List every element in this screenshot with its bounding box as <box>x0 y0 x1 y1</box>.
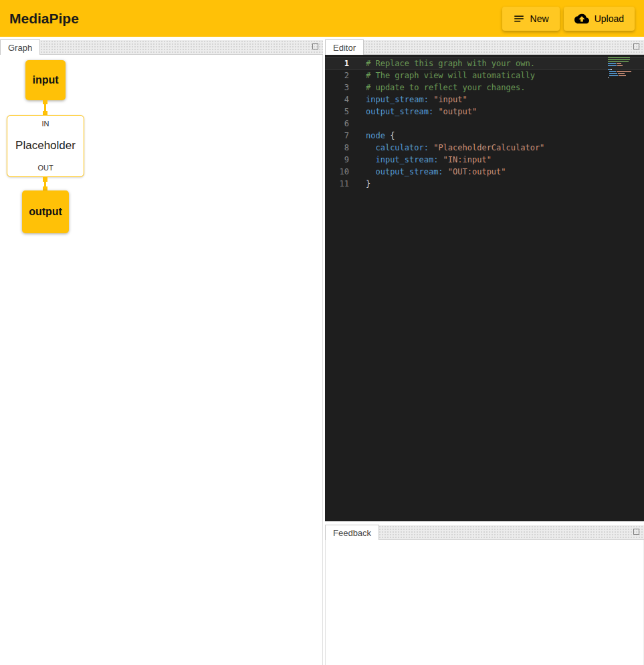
code-line[interactable]: 3# update to reflect your changes. <box>325 82 644 94</box>
graph-node-input[interactable]: input <box>25 60 66 100</box>
line-number: 1 <box>325 57 349 70</box>
app-header: MediaPipe New Upload <box>0 0 644 37</box>
line-number: 3 <box>325 82 349 94</box>
header-actions: New Upload <box>502 7 635 31</box>
minimap-line <box>608 57 635 58</box>
code-line[interactable]: 10 output_stream: "OUT:output" <box>325 166 644 178</box>
code-line[interactable]: 9 input_stream: "IN:input" <box>325 154 644 166</box>
code-line[interactable]: 11} <box>325 178 644 190</box>
tab-graph[interactable]: Graph <box>0 39 40 55</box>
new-button[interactable]: New <box>502 7 560 31</box>
line-code: output_stream: "OUT:output" <box>366 166 506 178</box>
line-number: 9 <box>325 154 349 166</box>
line-code: input_stream: "IN:input" <box>366 154 492 166</box>
minimap-line <box>608 67 635 68</box>
editor-lines: 1# Replace this graph with your own.2# T… <box>325 57 644 190</box>
graph-node-output-label: output <box>29 206 62 218</box>
line-code: calculator: "PlaceholderCalculator" <box>366 142 544 154</box>
graph-maximize-icon[interactable] <box>312 43 318 49</box>
line-number: 5 <box>325 106 349 118</box>
minimap-line <box>608 63 635 64</box>
port-input-out <box>43 100 47 104</box>
minimap-line <box>608 75 635 76</box>
code-line[interactable]: 8 calculator: "PlaceholderCalculator" <box>325 142 644 154</box>
line-number: 6 <box>325 118 349 130</box>
editor-minimap[interactable] <box>608 57 635 79</box>
line-number: 10 <box>325 166 349 178</box>
code-line[interactable]: 1# Replace this graph with your own. <box>325 57 644 70</box>
editor-maximize-icon[interactable] <box>633 43 639 49</box>
feedback-maximize-icon[interactable] <box>633 529 639 535</box>
graph-canvas[interactable]: input IN Placeholder OUT output <box>0 55 322 665</box>
placeholder-title: Placeholder <box>15 139 76 152</box>
editor-tabbar: Editor <box>325 40 644 55</box>
tab-feedback[interactable]: Feedback <box>325 525 379 540</box>
line-number: 8 <box>325 142 349 154</box>
code-line[interactable]: 5output_stream: "output" <box>325 106 644 118</box>
code-line[interactable]: 6 <box>325 118 644 130</box>
cloud-upload-icon <box>574 11 589 26</box>
upload-button[interactable]: Upload <box>564 7 635 31</box>
line-code: # update to reflect your changes. <box>366 82 525 94</box>
menu-lines-icon <box>513 13 525 25</box>
graph-panel-content: input IN Placeholder OUT output <box>0 55 323 665</box>
graph-node-placeholder[interactable]: IN Placeholder OUT <box>7 115 84 177</box>
editor-panel: Editor 1# Replace this graph with your o… <box>325 40 644 521</box>
graph-node-input-label: input <box>32 74 58 86</box>
feedback-tabbar: Feedback <box>325 525 644 540</box>
line-number: 11 <box>325 178 349 190</box>
line-code: node { <box>366 130 395 142</box>
minimap-line <box>608 73 635 74</box>
feedback-content <box>325 540 644 665</box>
minimap-line <box>608 65 635 66</box>
line-number: 4 <box>325 94 349 106</box>
line-number: 7 <box>325 130 349 142</box>
upload-button-label: Upload <box>595 13 624 24</box>
minimap-line <box>608 61 635 62</box>
line-number: 2 <box>325 70 349 82</box>
placeholder-in-port-label: IN <box>42 120 49 128</box>
graph-panel: Graph input IN Placeholder OUT output <box>0 40 323 665</box>
minimap-line <box>608 71 635 72</box>
minimap-line <box>608 59 635 60</box>
app-title: MediaPipe <box>9 11 79 27</box>
line-code: # The graph view will automatically <box>366 70 535 82</box>
port-placeholder-out <box>43 177 47 182</box>
code-line[interactable]: 7node { <box>325 130 644 142</box>
line-code: output_stream: "output" <box>366 106 477 118</box>
tab-editor[interactable]: Editor <box>325 39 364 55</box>
line-code: # Replace this graph with your own. <box>366 57 535 70</box>
graph-node-output[interactable]: output <box>22 190 69 233</box>
editor-content[interactable]: 1# Replace this graph with your own.2# T… <box>325 55 644 521</box>
line-code: input_stream: "input" <box>366 94 467 106</box>
code-line[interactable]: 2# The graph view will automatically <box>325 70 644 82</box>
new-button-label: New <box>530 13 549 24</box>
minimap-line <box>608 69 635 70</box>
feedback-panel: Feedback <box>325 525 644 665</box>
placeholder-out-port-label: OUT <box>37 164 53 172</box>
graph-tabbar: Graph <box>0 40 323 55</box>
code-line[interactable]: 4input_stream: "input" <box>325 94 644 106</box>
minimap-line <box>608 77 635 78</box>
line-code: } <box>366 178 370 190</box>
